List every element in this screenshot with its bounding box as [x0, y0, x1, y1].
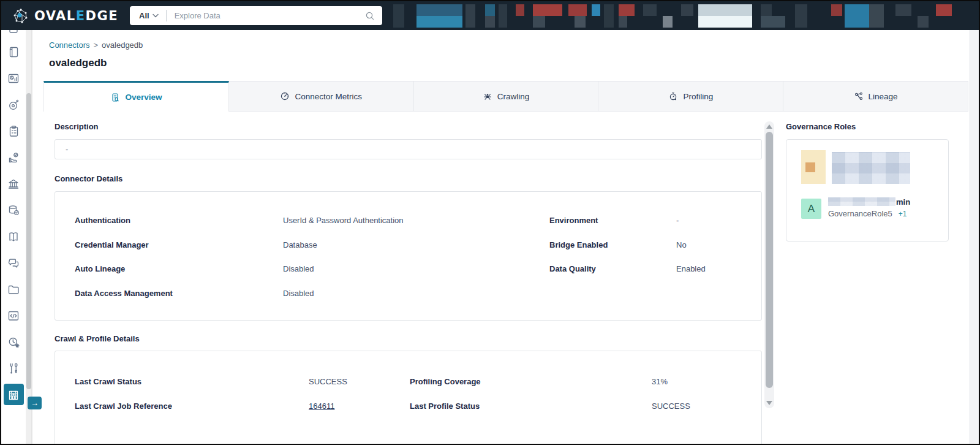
crawl-profile-box: Last Crawl Status SUCCESS Profiling Cove… [55, 351, 762, 444]
redacted-block [417, 16, 462, 28]
last-profile-status-value: SUCCESS [652, 401, 761, 411]
sidebar-item-business-glossary[interactable] [1, 170, 26, 197]
kv-value: Database [283, 240, 549, 249]
sidebar-item-notebook[interactable] [1, 39, 26, 65]
connector-details-row: Authentication UserId & Password Authent… [55, 208, 761, 233]
avatar: A [801, 199, 821, 219]
redacted-name-block [828, 197, 895, 206]
search-icon[interactable] [365, 11, 375, 21]
governance-entry-admin: A min GovernanceRole5+1 [801, 196, 910, 219]
kv-value: No [676, 240, 761, 249]
crawl-profile-row: Last Crawl Job Reference 164611 Last Pro… [55, 394, 761, 419]
kv-label: Data Quality [549, 264, 676, 273]
last-crawl-status-value: SUCCESS [309, 377, 410, 386]
breadcrumb-separator: > [93, 40, 98, 50]
crawl-job-reference-link[interactable]: 164611 [309, 401, 334, 411]
tab-lineage-label: Lineage [869, 92, 898, 101]
sidebar-item-cutoff[interactable] [1, 30, 26, 39]
sidebar-item-files[interactable] [1, 276, 26, 302]
tab-profiling[interactable]: Profiling [598, 81, 783, 112]
redacted-block [936, 4, 952, 16]
crawl-profile-heading: Crawl & Profile Details [55, 334, 140, 343]
page-title: ovaledgedb [49, 57, 107, 69]
sidebar-item-tools[interactable] [1, 355, 26, 381]
scroll-down-arrow[interactable] [766, 401, 772, 405]
robot-icon [7, 98, 20, 112]
scroll-up-arrow[interactable] [766, 124, 772, 129]
redacted-block [604, 4, 614, 28]
sidebar-item-scheduler[interactable] [1, 329, 26, 355]
administration-building-icon [7, 388, 20, 401]
redacted-block [619, 16, 627, 28]
kv-value: Enabled [676, 264, 761, 273]
sidebar-item-data-quality[interactable] [1, 197, 26, 223]
tab-overview[interactable]: Overview [43, 81, 229, 112]
right-margin-strip [969, 30, 979, 444]
governance-roles-card: A min GovernanceRole5+1 [786, 139, 949, 242]
kv-label: Last Crawl Job Reference [75, 401, 309, 411]
kv-label: Credential Manager [75, 240, 283, 249]
connector-details-box: Authentication UserId & Password Authent… [55, 191, 762, 321]
administration-active-tile [4, 384, 24, 405]
sidebar-scrollbar-thumb[interactable] [26, 93, 31, 389]
content-scrollbar[interactable] [764, 121, 774, 408]
metrics-gauge-icon [280, 91, 290, 101]
tab-crawling[interactable]: Crawling [414, 81, 599, 112]
kv-value: - [676, 216, 761, 225]
sidebar-expand-button[interactable]: → [28, 397, 42, 409]
tab-connector-metrics-label: Connector Metrics [295, 92, 362, 101]
sidebar-item-checklist[interactable] [1, 118, 26, 144]
notebook-icon [7, 45, 20, 59]
sidebar-item-reports[interactable] [1, 65, 26, 91]
ovaledge-logo[interactable]: OVALEDGE [12, 7, 118, 25]
open-book-icon [7, 230, 20, 243]
redacted-topbar-region [393, 4, 957, 28]
redacted-block [619, 4, 635, 16]
redacted-block [831, 4, 842, 16]
redacted-block [533, 16, 545, 28]
tab-connector-metrics[interactable]: Connector Metrics [229, 81, 414, 112]
bank-icon [7, 177, 20, 191]
sidebar-item-queries[interactable] [1, 302, 26, 329]
kv-label: Bridge Enabled [549, 240, 676, 249]
description-box[interactable]: - [55, 139, 762, 159]
kv-value: UserId & Password Authentication [283, 216, 549, 225]
sidebar-item-catalog[interactable] [1, 223, 26, 249]
checklist-clipboard-icon [7, 124, 20, 138]
lineage-flow-icon [854, 91, 864, 101]
description-heading: Description [55, 122, 99, 131]
connector-details-row: Data Access Management Disabled [55, 281, 761, 306]
kv-value: Disabled [283, 289, 549, 298]
sidebar-item-collaboration[interactable] [1, 249, 26, 276]
left-sidebar [1, 30, 26, 444]
kv-label: Data Access Management [75, 289, 283, 298]
breadcrumb-current: ovaledgedb [102, 40, 143, 50]
kv-value: Disabled [283, 264, 549, 273]
redacted-block [533, 4, 562, 16]
sidebar-scrollbar[interactable] [26, 30, 32, 444]
connector-details-heading: Connector Details [55, 174, 123, 183]
tab-lineage[interactable]: Lineage [783, 81, 968, 112]
redacted-block [466, 4, 475, 28]
logo-text: OVALEDGE [34, 9, 118, 23]
search-input[interactable] [167, 11, 365, 20]
redacted-block [761, 16, 785, 28]
breadcrumb-connectors-link[interactable]: Connectors [49, 40, 89, 50]
sidebar-item-robot[interactable] [1, 91, 26, 118]
governance-entry-redacted [801, 150, 910, 186]
redacted-block [918, 16, 929, 28]
redacted-block [592, 4, 600, 16]
redacted-block [663, 16, 673, 28]
profiling-coverage-value: 31% [652, 377, 761, 386]
profiling-stopwatch-icon [668, 91, 678, 101]
search-scope-dropdown[interactable]: All [130, 11, 166, 20]
topbar: OVALEDGE All [1, 1, 979, 30]
content-scrollbar-thumb[interactable] [766, 132, 773, 388]
more-roles-badge[interactable]: +1 [899, 210, 907, 218]
sidebar-item-approval[interactable] [1, 144, 26, 170]
redacted-block [795, 4, 807, 28]
redacted-block [393, 4, 404, 28]
code-box-icon [7, 309, 20, 322]
sidebar-item-administration[interactable] [1, 381, 26, 408]
redacted-block [485, 16, 495, 28]
